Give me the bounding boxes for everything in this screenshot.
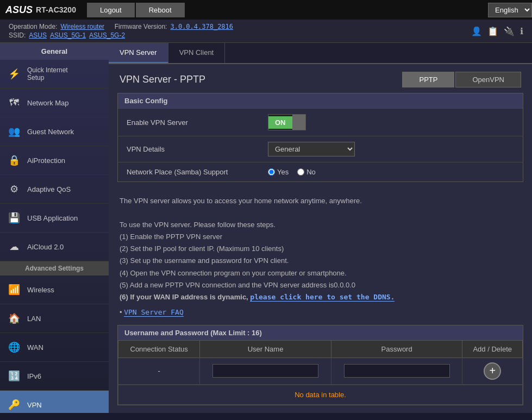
add-button[interactable]: + xyxy=(484,362,501,380)
row-status: - xyxy=(118,358,200,384)
row-username-cell xyxy=(200,358,331,384)
firmware-link[interactable]: 3.0.0.4.378_2816 xyxy=(170,23,233,30)
apply-area: Apply xyxy=(109,412,532,413)
language-select[interactable]: English xyxy=(488,3,532,17)
header-info: Operation Mode: Wireless router Firmware… xyxy=(0,20,532,43)
vpn-details-label: VPN Details xyxy=(127,145,268,153)
enable-vpn-value: ON xyxy=(268,114,514,130)
toggle-on-label: ON xyxy=(268,116,292,129)
sidebar-item-label: LAN xyxy=(27,315,41,323)
sidebar-item-quick-internet-setup[interactable]: ⚡ Quick Internet Setup xyxy=(0,60,109,89)
reboot-button[interactable]: Reboot xyxy=(136,3,185,17)
sidebar-item-vpn[interactable]: 🔑 VPN xyxy=(0,391,109,413)
info-line2: To use the VPN server. Please follow the… xyxy=(120,219,521,231)
sidebar-item-label: USB Application xyxy=(27,214,78,222)
col-add-delete: Add / Delete xyxy=(462,340,523,358)
col-username: User Name xyxy=(200,340,331,358)
password-input[interactable] xyxy=(344,364,450,378)
sidebar-item-ipv6[interactable]: 🔢 IPv6 xyxy=(0,362,109,391)
sidebar-item-label: Wireless xyxy=(27,286,54,294)
tab-vpn-client[interactable]: VPN Client xyxy=(168,43,226,63)
sidebar-item-label: Adaptive QoS xyxy=(27,185,71,193)
sidebar-item-guest-network[interactable]: 👥 Guest Network xyxy=(0,117,109,146)
info-step5: (5) Add a new PPTP VPN connection and th… xyxy=(120,279,521,291)
logo-asus: ASUS xyxy=(5,4,33,16)
sidebar-item-label: Quick Internet Setup xyxy=(27,66,68,82)
general-section-label: General xyxy=(0,43,109,60)
pptp-mode-button[interactable]: PPTP xyxy=(402,72,454,87)
vpn-details-select[interactable]: General Advanced xyxy=(268,142,355,156)
ddns-link[interactable]: please click here to set the DDNS. xyxy=(250,293,395,302)
wireless-icon: 📶 xyxy=(7,282,22,297)
network-map-icon: 🗺 xyxy=(7,95,22,110)
credentials-header: Username and Password (Max Limit : 16) xyxy=(118,325,523,340)
logo-area: ASUS RT-AC3200 xyxy=(0,4,82,16)
ipv6-icon: 🔢 xyxy=(7,368,22,384)
sidebar-item-label: Network Map xyxy=(27,99,69,107)
info-step2: (2) Set the IP pool for client IP. (Maxi… xyxy=(120,243,521,255)
wan-icon: 🌐 xyxy=(7,340,22,355)
enable-vpn-label: Enable VPN Server xyxy=(127,118,268,127)
info-step4: (4) Open the VPN connection program on y… xyxy=(120,267,521,279)
col-password: Password xyxy=(331,340,462,358)
basic-config-section: Basic Config Enable VPN Server ON VPN De… xyxy=(117,93,523,182)
row-add-delete-cell: + xyxy=(462,358,523,384)
network-place-value: Yes No xyxy=(268,168,514,176)
vpn-icon: 🔑 xyxy=(7,397,22,412)
sidebar-item-aicloud-2[interactable]: ☁ AiCloud 2.0 xyxy=(0,233,109,261)
row-password-cell xyxy=(331,358,462,384)
sidebar-item-usb-application[interactable]: 💾 USB Application xyxy=(0,204,109,233)
logout-button[interactable]: Logout xyxy=(87,3,135,17)
toggle-slider xyxy=(292,115,305,130)
openvpn-mode-button[interactable]: OpenVPN xyxy=(455,72,521,87)
top-nav: Logout Reboot xyxy=(87,3,185,17)
radio-no[interactable] xyxy=(297,168,304,175)
lang-area: English xyxy=(488,3,532,17)
radio-yes-label[interactable]: Yes xyxy=(268,168,289,176)
faq-link[interactable]: VPN Server FAQ xyxy=(124,308,184,317)
page-title: VPN Server - PPTP xyxy=(120,74,205,85)
aicloud-icon: ☁ xyxy=(7,239,22,254)
content-area: VPN Server VPN Client VPN Server - PPTP … xyxy=(109,43,532,413)
usb-application-icon: 💾 xyxy=(7,210,22,225)
sidebar-item-label: Guest Network xyxy=(27,128,74,136)
sidebar-item-label: VPN xyxy=(27,401,42,409)
ssid-row: SSID: ASUS ASUS_5G-1 ASUS_5G-2 xyxy=(9,32,233,39)
sidebar-item-lan[interactable]: 🏠 LAN xyxy=(0,304,109,333)
vpn-details-row: VPN Details General Advanced xyxy=(118,136,523,162)
sidebar-item-label: IPv6 xyxy=(27,372,41,380)
mode-buttons: PPTP OpenVPN xyxy=(402,72,521,87)
sidebar-item-aiprotection[interactable]: 🔒 AiProtection xyxy=(0,146,109,175)
tab-vpn-server[interactable]: VPN Server xyxy=(109,43,168,63)
enable-vpn-toggle[interactable]: ON xyxy=(268,114,306,130)
aiprotection-icon: 🔒 xyxy=(7,153,22,168)
info-step1: (1) Enable the PPTP VPN server xyxy=(120,231,521,243)
sidebar-item-wireless[interactable]: 📶 Wireless xyxy=(0,275,109,304)
guest-network-icon: 👥 xyxy=(7,124,22,139)
adaptive-qos-icon: ⚙ xyxy=(7,181,22,197)
ssid-3-link[interactable]: ASUS_5G-2 xyxy=(89,32,125,39)
col-status: Connection Status xyxy=(118,340,200,358)
info-line1: The VPN server allows you to access your… xyxy=(120,195,521,207)
quick-setup-icon: ⚡ xyxy=(7,66,22,82)
sidebar-item-wan[interactable]: 🌐 WAN xyxy=(0,333,109,362)
info-icon: ℹ xyxy=(520,26,523,36)
user-icon: 👤 xyxy=(471,26,482,36)
info-step6: (6) If your WAN IP address is dynamic, p… xyxy=(120,291,521,303)
ssid-2-link[interactable]: ASUS_5G-1 xyxy=(50,32,86,39)
info-faq: • VPN Server FAQ xyxy=(120,306,521,318)
sidebar-item-label: AiCloud 2.0 xyxy=(27,243,64,251)
ssid-1-link[interactable]: ASUS xyxy=(29,32,47,39)
radio-no-label[interactable]: No xyxy=(297,168,316,176)
sidebar-item-network-map[interactable]: 🗺 Network Map xyxy=(0,89,109,117)
header-icons: 👤 📋 🔌 ℹ xyxy=(471,26,523,36)
username-input[interactable] xyxy=(212,364,318,378)
radio-group: Yes No xyxy=(268,168,316,176)
top-bar: ASUS RT-AC3200 Logout Reboot English xyxy=(0,0,532,20)
main-layout: General ⚡ Quick Internet Setup 🗺 Network… xyxy=(0,43,532,413)
operation-mode-link[interactable]: Wireless router xyxy=(60,23,104,30)
credentials-section: Username and Password (Max Limit : 16) C… xyxy=(117,325,523,405)
radio-yes[interactable] xyxy=(268,168,275,175)
sidebar-item-adaptive-qos[interactable]: ⚙ Adaptive QoS xyxy=(0,175,109,204)
credentials-table: Connection Status User Name Password Add… xyxy=(118,340,523,385)
